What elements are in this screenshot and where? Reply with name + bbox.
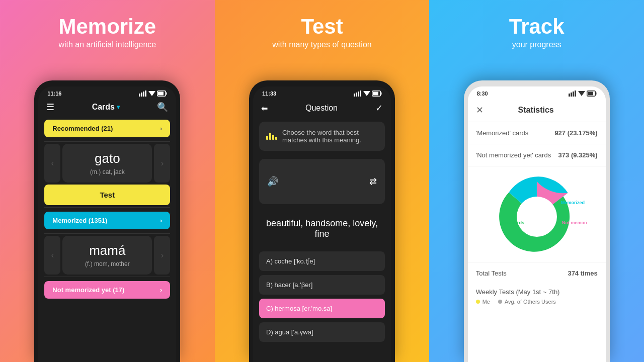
svg-rect-23 [588, 92, 593, 96]
svg-text:Memorized: Memorized [561, 200, 585, 205]
recommended-button[interactable]: Recommended (21) › [44, 120, 170, 137]
recommended-section: Recommended (21) › [44, 120, 170, 137]
listen-area: Choose the word that best matches with t… [259, 122, 385, 151]
pie-chart-container: Memorized Not memorized yet New cards [468, 166, 606, 262]
next-icon[interactable]: › [154, 144, 170, 183]
svg-rect-16 [569, 94, 570, 97]
legend-me-dot [476, 300, 480, 304]
status-time3: 8:30 [477, 90, 488, 97]
menu-icon[interactable]: ☰ [46, 102, 54, 113]
panel3-title: Track [509, 15, 565, 38]
test-app-bar: ⬅ Question ✓ [253, 99, 391, 118]
cards-content: Recommended (21) › ‹ gato (m.) cat, jack… [38, 116, 176, 362]
panel2-subtitle: with many types of question [272, 40, 371, 49]
weekly-title: Weekly Tests (May 1st ~ 7th) [476, 288, 598, 296]
panel1-title: Memorize [58, 15, 156, 38]
question-title: Question [305, 104, 338, 113]
svg-rect-10 [358, 92, 359, 97]
prev-icon[interactable]: ‹ [44, 144, 60, 183]
chevron-icon3: › [160, 286, 162, 294]
stats-header: ✕ Statistics [468, 99, 606, 122]
svg-rect-3 [145, 90, 146, 97]
next-icon2[interactable]: › [154, 236, 170, 275]
svg-rect-7 [158, 92, 164, 96]
total-tests-value: 374 times [568, 269, 597, 277]
test-button[interactable]: Test [44, 185, 170, 205]
svg-rect-15 [373, 92, 378, 96]
option-d[interactable]: D) agua ['a.γwa] [259, 322, 385, 342]
status-bar-test: 11:33 [253, 86, 391, 99]
not-mem-stats-value: 373 (9.325%) [558, 151, 598, 159]
signal-icons2 [354, 90, 382, 97]
speaker-icon[interactable]: 🔊 [267, 176, 278, 187]
phone-memorize: 11:16 ☰ Cards ▾ 🔍 Re [34, 80, 180, 362]
divider1 [44, 141, 170, 142]
chevron-icon2: › [160, 217, 162, 224]
memorized-stats-value: 927 (23.175%) [554, 129, 597, 137]
svg-text:Not memorized yet: Not memorized yet [562, 220, 587, 225]
svg-rect-18 [573, 92, 574, 97]
pie-chart: Memorized Not memorized yet New cards [487, 171, 587, 257]
weekly-section: Weekly Tests (May 1st ~ 7th) Me Avg. of … [468, 284, 606, 309]
memorized-stats-row: 'Memorized' cards 927 (23.175%) [468, 122, 606, 144]
svg-rect-14 [381, 93, 382, 95]
stats-screen: ✕ Statistics 'Memorized' cards 927 (23.1… [468, 99, 606, 309]
legend-me: Me [476, 299, 490, 305]
weekly-legend: Me Avg. of Others Users [476, 299, 598, 305]
not-mem-stats-row: 'Not memorized yet' cards 373 (9.325%) [468, 144, 606, 166]
total-tests-label: Total Tests [476, 269, 507, 277]
svg-marker-20 [578, 91, 585, 96]
audio-bars-icon [266, 133, 277, 140]
svg-rect-17 [571, 93, 572, 97]
panel-memorize: Memorize with an artificial intelligence… [0, 0, 215, 362]
svg-rect-9 [356, 93, 357, 97]
svg-rect-1 [141, 93, 142, 97]
svg-rect-19 [575, 90, 576, 97]
svg-rect-11 [360, 90, 361, 97]
word2-card: mamá (f.) mom, mother [62, 236, 152, 275]
svg-rect-22 [595, 93, 596, 95]
panel1-subtitle: with an artificial intelligence [58, 40, 156, 49]
test-back-icon[interactable]: ⬅ [261, 104, 268, 113]
panel-track: Track your progress 8:30 ✕ Statistics [429, 0, 644, 362]
status-bar-memorize: 11:16 [38, 86, 176, 99]
option-b[interactable]: B) hacer [a.'βer] [259, 275, 385, 295]
status-time: 11:16 [47, 90, 61, 97]
close-icon[interactable]: ✕ [476, 105, 484, 116]
panel2-title: Test [301, 15, 343, 38]
option-c[interactable]: C) hermosa [er.'mo.sa] [259, 299, 385, 318]
phrase-area: 🔊 ⇄ [259, 159, 385, 204]
svg-rect-8 [354, 94, 355, 97]
divider2 [44, 207, 170, 208]
word1-card: gato (m.) cat, jack [62, 144, 152, 183]
test-content: Choose the word that best matches with t… [253, 118, 391, 362]
signal-icons3 [569, 90, 597, 97]
panel-test: Test with many types of question 11:33 ⬅… [215, 0, 430, 362]
memorized-button[interactable]: Memorized (1351) › [44, 212, 170, 229]
word2-row: ‹ mamá (f.) mom, mother › [44, 236, 170, 275]
status-time2: 11:33 [262, 90, 276, 97]
repeat-icon[interactable]: ⇄ [369, 176, 377, 187]
phone-test: 11:33 ⬅ Question ✓ [249, 80, 395, 362]
not-memorized-button[interactable]: Not memorized yet (17) › [44, 281, 170, 299]
word1-row: ‹ gato (m.) cat, jack › [44, 144, 170, 183]
phone-track: 8:30 ✕ Statistics 'Memorized' cards 927 [464, 80, 610, 362]
prev-icon2[interactable]: ‹ [44, 236, 60, 275]
listen-text: Choose the word that best matches with t… [282, 129, 378, 144]
search-icon[interactable]: 🔍 [157, 102, 168, 113]
svg-point-24 [517, 197, 557, 237]
not-mem-stats-label: 'Not memorized yet' cards [476, 151, 551, 159]
option-a[interactable]: A) coche ['ko.ʧe] [259, 251, 385, 271]
check-icon[interactable]: ✓ [375, 103, 383, 114]
legend-avg-dot [498, 300, 502, 304]
answer-text: beautiful, handsome, lovely, fine [253, 208, 391, 249]
app-bar-memorize: ☰ Cards ▾ 🔍 [38, 99, 176, 116]
panel3-subtitle: your progress [512, 40, 561, 49]
stats-title: Statistics [484, 106, 589, 115]
signal-icons [139, 90, 167, 97]
memorized-stats-label: 'Memorized' cards [476, 129, 529, 137]
svg-text:New cards: New cards [502, 220, 524, 225]
divider3 [44, 233, 170, 234]
svg-rect-6 [166, 93, 167, 95]
svg-rect-0 [139, 94, 140, 97]
